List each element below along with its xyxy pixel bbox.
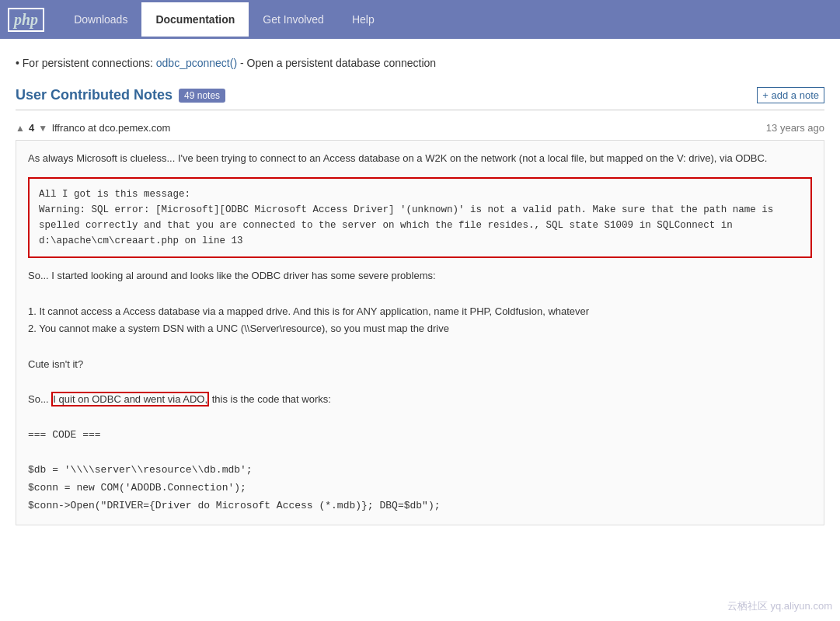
code-line-2: $conn = new COM('ADODB.Connection'); — [28, 480, 812, 497]
highlight-span: I quit on ODBC and went via ADO, — [51, 392, 209, 406]
vote-section: ▲ 4 ▼ — [16, 122, 47, 134]
body-line-3: 2. You cannot make a system DSN with a U… — [28, 320, 812, 338]
navbar: php Downloads Documentation Get Involved… — [0, 0, 840, 39]
note-author: lffranco at dco.pemex.com — [52, 122, 170, 134]
body-line-1: So... I started looking al around and lo… — [28, 267, 812, 285]
code-line-1: $db = '\\\\server\\resource\\db.mdb'; — [28, 462, 812, 480]
downvote-button[interactable]: ▼ — [38, 123, 47, 134]
note-intro: As always Microsoft is clueless... I've … — [28, 150, 812, 168]
nav-downloads[interactable]: Downloads — [60, 2, 141, 37]
logo-text: php — [14, 11, 38, 28]
ucn-title: User Contributed Notes — [16, 87, 173, 103]
code-line-3: $conn->Open("DRIVER={Driver do Microsoft… — [28, 497, 812, 515]
persistent-suffix: - Open a persistent database connection — [237, 57, 436, 69]
add-note-link[interactable]: + add a note — [757, 87, 824, 103]
note-timestamp: 13 years ago — [766, 122, 824, 134]
user-note: ▲ 4 ▼ lffranco at dco.pemex.com 13 years… — [16, 122, 824, 525]
body-line-5: So... I quit on ODBC and went via ADO, t… — [28, 391, 812, 409]
odbc-pconnect-link[interactable]: odbc_pconnect() — [156, 57, 237, 69]
ucn-title-group: User Contributed Notes 49 notes — [16, 87, 225, 103]
note-box: As always Microsoft is clueless... I've … — [16, 140, 824, 525]
body-line-2: 1. It cannot access a Access database vi… — [28, 303, 812, 321]
nav-links: Downloads Documentation Get Involved Hel… — [60, 2, 389, 37]
persistent-connection-line: • For persistent connections: odbc_pconn… — [16, 54, 824, 72]
ucn-header: User Contributed Notes 49 notes + add a … — [16, 87, 824, 110]
note-meta: ▲ 4 ▼ lffranco at dco.pemex.com 13 years… — [16, 122, 824, 134]
php-logo: php — [8, 8, 44, 32]
nav-help[interactable]: Help — [338, 2, 389, 37]
error-box: All I got is this message: Warning: SQL … — [28, 177, 812, 258]
vote-count: 4 — [29, 122, 34, 134]
ucn-badge: 49 notes — [179, 89, 225, 103]
code-header: === CODE === — [28, 427, 812, 445]
upvote-button[interactable]: ▲ — [16, 123, 25, 134]
main-content: • For persistent connections: odbc_pconn… — [0, 39, 840, 533]
note-body: As always Microsoft is clueless... I've … — [28, 150, 812, 515]
nav-documentation[interactable]: Documentation — [141, 2, 249, 37]
bullet: • — [16, 57, 19, 69]
persistent-prefix: For persistent connections: — [23, 57, 153, 69]
nav-get-involved[interactable]: Get Involved — [249, 2, 338, 37]
body-line-4: Cute isn't it? — [28, 356, 812, 374]
